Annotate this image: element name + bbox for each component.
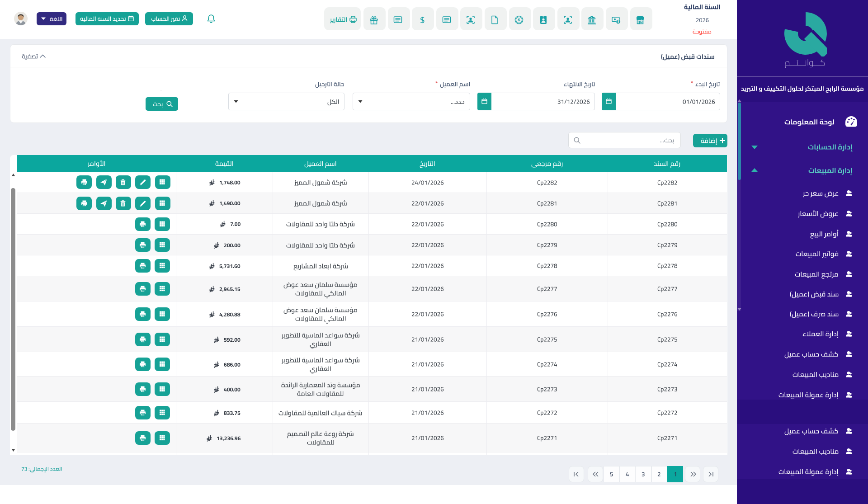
svg-text:$: $ <box>518 17 521 22</box>
svg-text:$: $ <box>617 20 619 24</box>
